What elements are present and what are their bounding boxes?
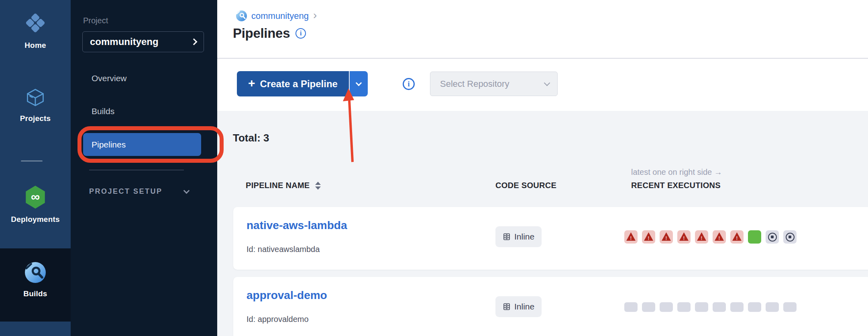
sidebar-divider [89, 170, 184, 170]
builds-drone-icon [25, 262, 46, 283]
create-pipeline-button[interactable]: + Create a Pipeline [237, 71, 350, 96]
chevron-down-icon [544, 80, 550, 86]
breadcrumb-project-link[interactable]: communityeng [251, 11, 309, 21]
pipelines-list-area: Total: 3 latest one on right side → PIPE… [217, 111, 868, 336]
pipelines-page: { "colors": { "sidebar_rail": "#1e3d63",… [0, 0, 868, 336]
rail-active-section: Builds [0, 248, 71, 322]
chevron-right-icon [191, 39, 198, 45]
sidebar-item-builds[interactable]: Builds [92, 107, 114, 116]
title-info-icon[interactable] [295, 28, 306, 39]
chevron-down-icon [183, 188, 190, 194]
project-label: Project [83, 16, 108, 25]
executions-hint: latest one on right side → [631, 168, 722, 177]
repository-select-placeholder: Select Repository [440, 79, 509, 89]
execution-empty-icon [766, 302, 779, 312]
rail-label: Builds [23, 289, 47, 298]
execution-failed-icon[interactable] [624, 230, 638, 244]
title-row: Pipelines [233, 26, 306, 41]
plus-icon: + [248, 77, 255, 89]
pipeline-name-link[interactable]: approval-demo [247, 289, 327, 302]
rail-item-home[interactable]: Home [0, 11, 71, 50]
code-source-label: Inline [514, 232, 534, 242]
rail-item-deployments[interactable]: ∞ Deployments [0, 186, 71, 224]
execution-empty-icon [730, 302, 744, 312]
execution-success-icon[interactable] [748, 230, 761, 244]
execution-empty-icon [660, 302, 673, 312]
create-pipeline-label: Create a Pipeline [260, 78, 338, 90]
execution-failed-icon[interactable] [730, 230, 744, 244]
pipeline-name-link[interactable]: native-aws-lambda [247, 219, 347, 232]
execution-empty-icon [783, 302, 797, 312]
pipeline-row[interactable]: approval-demo Id: approvaldemo Inline [233, 277, 868, 336]
execution-empty-icon [642, 302, 655, 312]
sidebar-item-overview[interactable]: Overview [92, 74, 127, 83]
pipeline-id: Id: approvaldemo [247, 315, 309, 324]
recent-executions [624, 230, 797, 244]
execution-empty-icon [677, 302, 691, 312]
create-pipeline-info-icon[interactable] [403, 78, 415, 90]
deployments-hexagon-icon: ∞ [24, 186, 46, 209]
rail-label: Deployments [11, 215, 60, 224]
project-setup-section-toggle[interactable]: PROJECT SETUP [89, 187, 189, 196]
column-header-recent-executions: RECENT EXECUTIONS [631, 181, 721, 190]
toolbar: + Create a Pipeline Select Repository [217, 59, 868, 111]
project-selector[interactable]: communityeng [82, 31, 204, 52]
pipeline-row[interactable]: native-aws-lambda Id: nativeawslambda In… [233, 207, 868, 270]
recent-executions [624, 300, 797, 313]
page-title: Pipelines [233, 26, 290, 41]
total-count: Total: 3 [233, 132, 269, 144]
execution-empty-icon [748, 302, 761, 312]
sidebar-item-pipelines-active[interactable]: Pipelines [83, 133, 201, 156]
column-label: PIPELINE NAME [246, 181, 310, 190]
rail-item-builds[interactable]: Builds [0, 262, 71, 298]
column-header-pipeline-name: PIPELINE NAME [246, 181, 321, 190]
main-content: communityeng › Pipelines + Create a Pipe… [217, 0, 868, 336]
execution-empty-icon [624, 302, 638, 312]
repository-select[interactable]: Select Repository [430, 72, 558, 96]
code-source-label: Inline [514, 302, 534, 311]
rail-item-projects[interactable]: Projects [0, 87, 71, 123]
selected-project-name: communityeng [90, 36, 159, 47]
execution-stopped-icon[interactable] [783, 230, 797, 244]
project-module-icon [236, 10, 247, 21]
code-source-badge: Inline [495, 296, 542, 317]
rail-label: Projects [20, 114, 51, 123]
execution-empty-icon [713, 302, 726, 312]
inline-store-icon [503, 233, 511, 241]
projects-cube-icon [25, 87, 46, 108]
page-header: communityeng › Pipelines [217, 0, 868, 59]
execution-failed-icon[interactable] [695, 230, 708, 244]
inline-store-icon [503, 303, 511, 311]
sort-icon[interactable] [315, 182, 321, 190]
execution-failed-icon[interactable] [677, 230, 691, 244]
project-setup-label: PROJECT SETUP [89, 187, 163, 196]
breadcrumb-chevron-icon: › [313, 11, 317, 19]
create-pipeline-split-button: + Create a Pipeline [237, 71, 368, 96]
code-source-badge: Inline [495, 226, 542, 247]
execution-failed-icon[interactable] [713, 230, 726, 244]
execution-failed-icon[interactable] [642, 230, 655, 244]
breadcrumb: communityeng › [236, 10, 317, 21]
pipeline-id: Id: nativeawslambda [247, 245, 320, 254]
column-header-code-source: CODE SOURCE [495, 181, 556, 190]
execution-stopped-icon[interactable] [766, 230, 779, 244]
execution-failed-icon[interactable] [660, 230, 673, 244]
module-rail: Home Projects ∞ Deployments [0, 0, 71, 336]
chevron-down-icon [356, 80, 362, 86]
rail-divider [21, 160, 43, 162]
project-sidebar: Project communityeng Overview Builds Pip… [71, 0, 217, 336]
execution-empty-icon [695, 302, 708, 312]
rail-label: Home [24, 41, 46, 50]
create-pipeline-dropdown-toggle[interactable] [350, 71, 368, 96]
home-icon [24, 11, 47, 35]
